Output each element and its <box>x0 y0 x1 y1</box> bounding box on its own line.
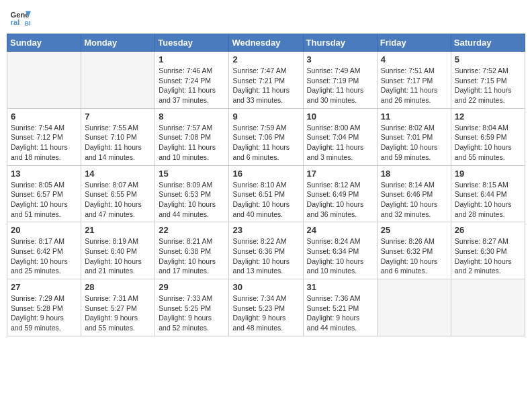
day-number: 24 <box>307 225 373 235</box>
daylight-label: Daylight: 11 hours and 30 minutes. <box>307 86 364 104</box>
calendar-week-row: 1 Sunrise: 7:46 AM Sunset: 7:24 PM Dayli… <box>7 52 525 109</box>
sunset-label: Sunset: 7:15 PM <box>455 77 507 85</box>
day-info: Sunrise: 7:49 AM Sunset: 7:19 PM Dayligh… <box>307 66 373 105</box>
sunrise-label: Sunrise: 8:10 AM <box>232 181 286 189</box>
day-info: Sunrise: 7:54 AM Sunset: 7:12 PM Dayligh… <box>11 123 77 163</box>
sunset-label: Sunset: 6:49 PM <box>307 190 359 198</box>
weekday-header: Tuesday <box>155 34 229 52</box>
calendar-day-cell: 16 Sunrise: 8:10 AM Sunset: 6:51 PM Dayl… <box>229 165 303 222</box>
daylight-label: Daylight: 9 hours and 55 minutes. <box>85 314 138 332</box>
day-info: Sunrise: 7:51 AM Sunset: 7:17 PM Dayligh… <box>381 66 447 105</box>
sunset-label: Sunset: 6:57 PM <box>11 190 63 198</box>
day-info: Sunrise: 8:10 AM Sunset: 6:51 PM Dayligh… <box>232 180 299 220</box>
calendar-day-cell <box>451 279 525 336</box>
weekday-header: Sunday <box>7 34 81 52</box>
day-info: Sunrise: 7:46 AM Sunset: 7:24 PM Dayligh… <box>159 66 225 105</box>
sunset-label: Sunset: 6:40 PM <box>85 247 137 255</box>
day-number: 9 <box>232 111 299 122</box>
calendar-day-cell: 1 Sunrise: 7:46 AM Sunset: 7:24 PM Dayli… <box>155 52 229 109</box>
day-info: Sunrise: 8:17 AM Sunset: 6:42 PM Dayligh… <box>11 236 77 276</box>
sunset-label: Sunset: 6:42 PM <box>11 247 63 255</box>
daylight-label: Daylight: 10 hours and 6 minutes. <box>381 257 438 275</box>
day-number: 29 <box>159 282 225 292</box>
sunrise-label: Sunrise: 8:07 AM <box>85 181 138 189</box>
daylight-label: Daylight: 10 hours and 55 minutes. <box>455 143 512 161</box>
sunrise-label: Sunrise: 8:02 AM <box>381 124 435 132</box>
sunset-label: Sunset: 7:21 PM <box>232 77 285 85</box>
calendar-day-cell: 10 Sunrise: 8:00 AM Sunset: 7:04 PM Dayl… <box>303 108 377 165</box>
daylight-label: Daylight: 11 hours and 37 minutes. <box>159 86 216 104</box>
svg-text:Blue: Blue <box>24 20 31 27</box>
calendar-day-cell: 25 Sunrise: 8:26 AM Sunset: 6:32 PM Dayl… <box>377 222 451 279</box>
weekday-header: Thursday <box>303 34 377 52</box>
day-number: 27 <box>11 282 77 292</box>
weekday-header: Friday <box>377 34 451 52</box>
sunrise-label: Sunrise: 8:05 AM <box>11 181 64 189</box>
daylight-label: Daylight: 10 hours and 40 minutes. <box>232 200 290 218</box>
weekday-header-row: SundayMondayTuesdayWednesdayThursdayFrid… <box>7 34 525 52</box>
calendar-day-cell: 23 Sunrise: 8:22 AM Sunset: 6:36 PM Dayl… <box>229 222 303 279</box>
calendar-day-cell: 4 Sunrise: 7:51 AM Sunset: 7:17 PM Dayli… <box>377 52 451 109</box>
daylight-label: Daylight: 10 hours and 47 minutes. <box>85 200 142 218</box>
sunrise-label: Sunrise: 7:33 AM <box>159 294 212 302</box>
sunset-label: Sunset: 6:36 PM <box>232 247 285 255</box>
sunset-label: Sunset: 5:28 PM <box>11 304 63 312</box>
sunrise-label: Sunrise: 8:26 AM <box>381 237 435 245</box>
sunrise-label: Sunrise: 8:14 AM <box>381 181 435 189</box>
sunrise-label: Sunrise: 7:51 AM <box>381 66 435 75</box>
sunset-label: Sunset: 7:08 PM <box>159 133 211 141</box>
day-number: 8 <box>159 111 225 122</box>
calendar-week-row: 27 Sunrise: 7:29 AM Sunset: 5:28 PM Dayl… <box>7 279 525 336</box>
calendar-day-cell: 9 Sunrise: 7:59 AM Sunset: 7:06 PM Dayli… <box>229 108 303 165</box>
day-info: Sunrise: 8:19 AM Sunset: 6:40 PM Dayligh… <box>85 236 151 276</box>
calendar-day-cell: 5 Sunrise: 7:52 AM Sunset: 7:15 PM Dayli… <box>451 52 525 109</box>
calendar-day-cell: 24 Sunrise: 8:24 AM Sunset: 6:34 PM Dayl… <box>303 222 377 279</box>
day-number: 13 <box>11 169 77 179</box>
day-info: Sunrise: 8:00 AM Sunset: 7:04 PM Dayligh… <box>307 123 373 163</box>
daylight-label: Daylight: 11 hours and 3 minutes. <box>307 143 364 161</box>
daylight-label: Daylight: 10 hours and 44 minutes. <box>159 200 216 218</box>
day-info: Sunrise: 8:26 AM Sunset: 6:32 PM Dayligh… <box>381 236 447 276</box>
day-number: 31 <box>307 282 373 292</box>
day-info: Sunrise: 8:02 AM Sunset: 7:01 PM Dayligh… <box>381 123 447 163</box>
sunrise-label: Sunrise: 7:55 AM <box>85 124 138 132</box>
calendar-day-cell: 12 Sunrise: 8:04 AM Sunset: 6:59 PM Dayl… <box>451 108 525 165</box>
day-info: Sunrise: 7:34 AM Sunset: 5:23 PM Dayligh… <box>232 293 299 333</box>
day-number: 28 <box>85 282 151 292</box>
sunset-label: Sunset: 6:32 PM <box>381 247 433 255</box>
day-number: 21 <box>85 225 151 235</box>
daylight-label: Daylight: 11 hours and 33 minutes. <box>232 86 290 104</box>
sunset-label: Sunset: 5:27 PM <box>85 304 137 312</box>
day-info: Sunrise: 7:29 AM Sunset: 5:28 PM Dayligh… <box>11 293 77 333</box>
daylight-label: Daylight: 10 hours and 25 minutes. <box>11 257 68 275</box>
sunrise-label: Sunrise: 8:21 AM <box>159 237 212 245</box>
day-number: 16 <box>232 169 299 179</box>
calendar-day-cell: 19 Sunrise: 8:15 AM Sunset: 6:44 PM Dayl… <box>451 165 525 222</box>
day-info: Sunrise: 7:47 AM Sunset: 7:21 PM Dayligh… <box>232 66 299 105</box>
day-info: Sunrise: 7:52 AM Sunset: 7:15 PM Dayligh… <box>455 66 521 105</box>
daylight-label: Daylight: 10 hours and 28 minutes. <box>455 200 512 218</box>
sunset-label: Sunset: 7:10 PM <box>85 133 137 141</box>
day-info: Sunrise: 8:14 AM Sunset: 6:46 PM Dayligh… <box>381 180 447 220</box>
day-number: 6 <box>11 111 77 122</box>
day-info: Sunrise: 8:21 AM Sunset: 6:38 PM Dayligh… <box>159 236 225 276</box>
daylight-label: Daylight: 9 hours and 44 minutes. <box>307 314 360 332</box>
sunrise-label: Sunrise: 7:36 AM <box>307 294 361 302</box>
calendar-day-cell: 13 Sunrise: 8:05 AM Sunset: 6:57 PM Dayl… <box>7 165 81 222</box>
calendar-day-cell: 8 Sunrise: 7:57 AM Sunset: 7:08 PM Dayli… <box>155 108 229 165</box>
calendar-day-cell: 2 Sunrise: 7:47 AM Sunset: 7:21 PM Dayli… <box>229 52 303 109</box>
calendar-week-row: 6 Sunrise: 7:54 AM Sunset: 7:12 PM Dayli… <box>7 108 525 165</box>
day-info: Sunrise: 8:07 AM Sunset: 6:55 PM Dayligh… <box>85 180 151 220</box>
calendar-day-cell: 29 Sunrise: 7:33 AM Sunset: 5:25 PM Dayl… <box>155 279 229 336</box>
day-number: 18 <box>381 169 447 179</box>
sunset-label: Sunset: 6:38 PM <box>159 247 211 255</box>
day-number: 10 <box>307 111 373 122</box>
sunrise-label: Sunrise: 7:29 AM <box>11 294 64 302</box>
sunset-label: Sunset: 6:55 PM <box>85 190 137 198</box>
sunset-label: Sunset: 7:17 PM <box>381 77 433 85</box>
day-info: Sunrise: 7:55 AM Sunset: 7:10 PM Dayligh… <box>85 123 151 163</box>
day-info: Sunrise: 8:05 AM Sunset: 6:57 PM Dayligh… <box>11 180 77 220</box>
sunrise-label: Sunrise: 8:24 AM <box>307 237 361 245</box>
day-number: 26 <box>455 225 521 235</box>
sunrise-label: Sunrise: 8:22 AM <box>232 237 286 245</box>
